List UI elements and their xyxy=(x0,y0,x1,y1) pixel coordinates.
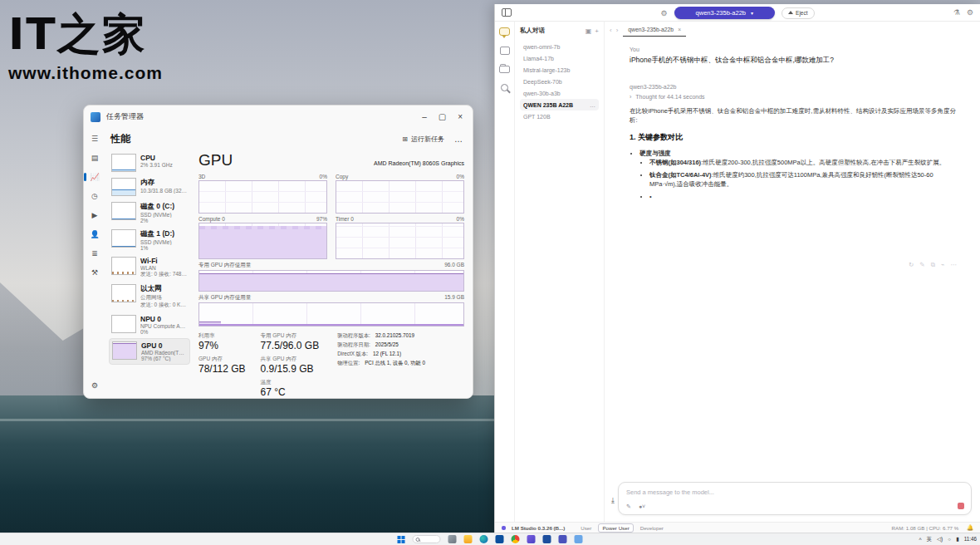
chat-list-item-selected[interactable]: QWEN 235B A22B … xyxy=(520,99,599,110)
performance-icon[interactable]: 📈 xyxy=(88,171,101,183)
stop-generating-button[interactable] xyxy=(958,503,964,509)
edit-icon[interactable]: ✎ xyxy=(919,261,924,269)
more-options-icon[interactable]: … xyxy=(454,135,463,144)
startup-apps-icon[interactable]: ▶ xyxy=(88,209,101,221)
details-icon[interactable]: ≣ xyxy=(88,248,101,259)
run-new-task-button[interactable]: ⊞ 运行新任务 xyxy=(402,135,444,144)
chats-panel: 私人对话 ▣ + qwen-omni-7b Llama4-17b Mistral… xyxy=(515,22,605,522)
mode-developer[interactable]: Developer xyxy=(637,524,667,532)
network-icon[interactable]: ⌔ xyxy=(948,536,951,543)
chart-compute0-value: 97% xyxy=(316,216,327,222)
sidebar-item-wifi[interactable]: Wi-Fi WLAN 发送: 0 接收: 748 Kbps xyxy=(109,254,190,281)
sidebar-item-memory[interactable]: 内存 10.3/31.8 GB (32%) xyxy=(109,175,190,199)
sidebar-item-npu[interactable]: NPU 0 NPU Compute Accel... 0% xyxy=(109,312,190,337)
chat-list-item[interactable]: qwen-30b-a3b xyxy=(520,87,599,99)
menu-icon[interactable]: ☰ xyxy=(88,133,101,145)
run-new-task-icon: ⊞ xyxy=(402,135,408,143)
edge-browser-icon[interactable] xyxy=(480,535,488,543)
driver-date-value: 2025/5/25 xyxy=(375,341,399,349)
nav-forward-icon[interactable]: › xyxy=(616,27,619,34)
settings-gear-icon[interactable]: ⚙ xyxy=(84,380,105,391)
new-chat-plus-icon[interactable]: + xyxy=(595,27,599,35)
outlook-icon[interactable] xyxy=(496,535,504,543)
memory-sparkline xyxy=(111,178,136,196)
discover-search-icon[interactable] xyxy=(501,84,508,91)
message-input[interactable]: Send a message to the model... ✎ ●˅ xyxy=(618,482,972,515)
bullet-generating: • xyxy=(649,192,958,202)
maximize-icon[interactable]: ▢ xyxy=(439,112,446,121)
chat-list-item[interactable]: GPT 120B xyxy=(520,110,599,122)
new-folder-icon[interactable]: ▣ xyxy=(586,27,592,35)
chat-tab-icon[interactable] xyxy=(499,27,510,36)
sidebar-item-disk1[interactable]: 磁盘 1 (D:) SSD (NVMe) 1% xyxy=(109,227,190,253)
my-models-folder-icon[interactable] xyxy=(499,66,510,73)
experiment-flask-icon[interactable]: ⚗ xyxy=(953,8,960,17)
close-icon[interactable]: × xyxy=(458,112,463,121)
messages-scroll-area[interactable]: You iPhone手机的不锈钢中框、钛合金中框和铝合金中框,哪款难加工? qw… xyxy=(605,38,980,477)
shared-memory-value: 0.9/15.9 GB xyxy=(260,363,319,375)
eject-model-button[interactable]: Eject xyxy=(782,7,814,19)
tab-close-icon[interactable]: × xyxy=(678,27,681,32)
regenerate-icon[interactable]: ↻ xyxy=(909,261,914,269)
branch-icon[interactable]: ⌁ xyxy=(941,261,945,269)
chat-list-item[interactable]: Llama4-17b xyxy=(520,52,599,64)
services-icon[interactable]: ⚒ xyxy=(88,267,101,278)
mic-icon[interactable]: ●˅ xyxy=(639,503,645,510)
sidebar-toggle-icon[interactable] xyxy=(502,8,512,17)
ithome-logo: IT之家 xyxy=(8,7,163,63)
teams-icon[interactable] xyxy=(559,535,567,543)
chat-item-more-icon[interactable]: … xyxy=(590,102,595,108)
nav-back-icon[interactable]: ‹ xyxy=(610,27,612,34)
chat-list-item[interactable]: DeepSeek-70b xyxy=(520,76,599,87)
battery-icon[interactable]: ▮ xyxy=(956,536,959,543)
minimize-icon[interactable]: – xyxy=(422,112,427,121)
disk1-sparkline xyxy=(111,229,136,248)
lm-studio-nav-rail xyxy=(495,22,515,522)
task-manager-nav-rail: ☰ ▤ 📈 ◷ ▶ 👤 ≣ ⚒ ⚙ xyxy=(84,128,105,398)
start-button[interactable] xyxy=(398,536,405,543)
model-settings-gear-icon[interactable]: ⚙ xyxy=(660,9,667,17)
mode-power-user[interactable]: Power User xyxy=(598,523,633,533)
shared-memory-label: 共享 GPU 内存 xyxy=(260,356,319,363)
thought-toggle[interactable]: › Thought for 44.14 seconds xyxy=(630,94,958,100)
chat-tab[interactable]: qwen3-235b-a22b × xyxy=(623,24,686,37)
chart-3d-label: 3D xyxy=(198,174,205,179)
message-more-icon[interactable]: ⋯ xyxy=(951,261,958,269)
chrome-icon[interactable] xyxy=(512,535,520,543)
sidebar-item-disk0[interactable]: 磁盘 0 (C:) SSD (NVMe) 2% xyxy=(109,199,190,226)
attach-icon[interactable]: ✎ xyxy=(626,503,631,510)
task-manager-titlebar[interactable]: 任务管理器 – ▢ × xyxy=(84,106,473,128)
dedicated-gpu-memory-chart xyxy=(198,270,464,292)
volume-icon[interactable]: ◁) xyxy=(937,536,943,543)
file-explorer-icon[interactable] xyxy=(464,535,473,543)
lm-studio-window: ⚙ qwen3-235b-a22b ▾ Eject ⚗ ⚙ xyxy=(494,4,980,533)
download-icon[interactable]: ⤓ xyxy=(611,496,615,505)
taskbar-clock[interactable]: 11:46 xyxy=(964,537,977,543)
sidebar-item-gpu[interactable]: GPU 0 AMD Radeon(TM) 80... 97% (67 °C) xyxy=(109,338,190,365)
users-icon[interactable]: 👤 xyxy=(88,228,101,240)
gpu-memory-label: GPU 内存 xyxy=(198,356,245,363)
mode-user[interactable]: User xyxy=(577,524,595,532)
task-manager-window: 任务管理器 – ▢ × ☰ ▤ 📈 ◷ ▶ 👤 ≣ ⚒ ⚙ 性能 xyxy=(83,105,473,399)
chat-list-item[interactable]: Mistral-large-123b xyxy=(520,64,599,76)
bullet-titanium: 钛合金(如TC4/6Al-4V):维氏硬度约300,抗拉强度可达1100MPa,… xyxy=(649,170,958,189)
copy-icon[interactable]: ⧉ xyxy=(931,261,935,269)
app-history-icon[interactable]: ◷ xyxy=(88,190,101,202)
sidebar-item-ethernet[interactable]: 以太网 公用网络 发送: 0 接收: 0 Kbps xyxy=(109,282,190,312)
sidebar-item-cpu[interactable]: CPU 2% 3.91 GHz xyxy=(109,151,190,174)
tray-chevron-up-icon[interactable]: ^ xyxy=(919,537,922,543)
app-settings-gear-icon[interactable]: ⚙ xyxy=(967,8,973,17)
developer-tab-icon[interactable] xyxy=(500,47,510,55)
loaded-model-pill[interactable]: qwen3-235b-a22b ▾ xyxy=(674,7,775,19)
store-icon[interactable] xyxy=(575,535,583,543)
word-icon[interactable] xyxy=(543,535,551,543)
processes-icon[interactable]: ▤ xyxy=(88,152,101,164)
message-actions: ↻ ✎ ⧉ ⌁ ⋯ xyxy=(909,261,957,269)
taskbar-search[interactable] xyxy=(413,535,441,543)
chat-list-item[interactable]: qwen-omni-7b xyxy=(520,41,599,52)
task-view-icon[interactable] xyxy=(448,535,457,543)
lm-studio-taskbar-icon[interactable] xyxy=(527,535,536,543)
language-indicator[interactable]: 英 xyxy=(927,536,933,543)
chart-copy-value: 0% xyxy=(457,174,464,179)
notifications-bell-icon[interactable]: 🔔 xyxy=(967,524,973,531)
